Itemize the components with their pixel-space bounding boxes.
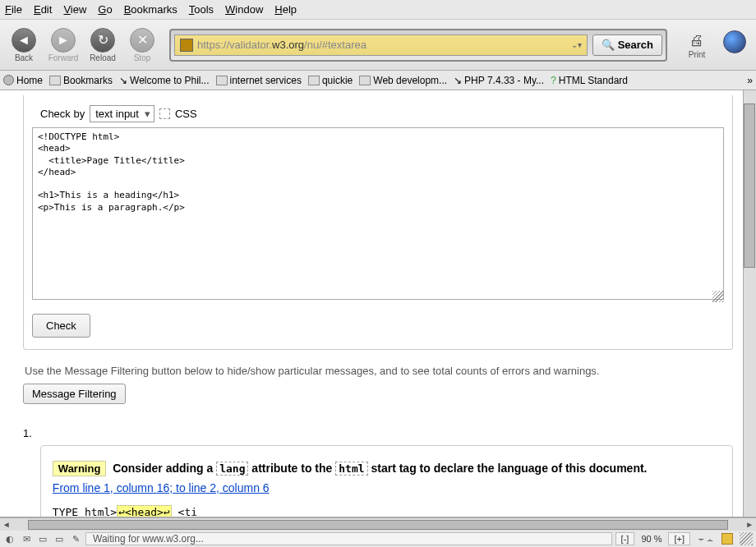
- back-button[interactable]: ◄Back: [5, 28, 43, 62]
- folder-icon: [308, 76, 320, 85]
- site-icon: [180, 39, 193, 52]
- page-icon: ↘: [119, 75, 127, 86]
- menu-view[interactable]: View: [63, 3, 86, 16]
- throbber: [718, 30, 751, 59]
- status-text: Waiting for www.w3.org...: [85, 532, 612, 545]
- status-icon-edit[interactable]: ✎: [69, 533, 82, 545]
- bookmarks-folder[interactable]: Bookmarks: [49, 75, 113, 86]
- source-textarea[interactable]: [32, 127, 724, 300]
- status-icon-3[interactable]: ▭: [36, 533, 49, 545]
- status-sep: ⫟⫠: [697, 534, 715, 544]
- folder-icon: [359, 76, 371, 85]
- css-label: CSS: [175, 108, 197, 120]
- status-icon-1[interactable]: ◐: [3, 533, 16, 545]
- bookmarks-bar: Home Bookmarks ↘Welcome to Phil... inter…: [0, 71, 756, 90]
- menu-tools[interactable]: Tools: [189, 3, 214, 16]
- bookmark-webdev[interactable]: Web developm...: [359, 75, 447, 86]
- help-icon: ?: [551, 75, 556, 86]
- vertical-scrollbar[interactable]: [743, 90, 756, 517]
- toolbar: ◄Back ►Forward ↻Reload ✕Stop https://val…: [0, 20, 756, 71]
- url-bar[interactable]: https://validator.w3.org/nu/#textarea ⌄▾: [174, 34, 588, 56]
- search-icon: 🔍: [602, 39, 615, 51]
- scrollbar-thumb[interactable]: [744, 103, 755, 268]
- menu-file[interactable]: FFileile: [5, 3, 22, 16]
- menu-window[interactable]: Window: [225, 3, 263, 16]
- menu-go[interactable]: Go: [98, 3, 112, 16]
- warning-badge: Warning: [53, 461, 107, 476]
- result-location-link[interactable]: From line 1, column 16; to line 2, colum…: [53, 481, 270, 494]
- url-path: /nu/#textarea: [304, 39, 366, 51]
- folder-icon: [216, 76, 228, 85]
- resize-grip[interactable]: [740, 532, 753, 545]
- filter-hint: Use the Message Filtering button below t…: [25, 365, 731, 377]
- bookmark-internet[interactable]: internet services: [216, 75, 302, 86]
- forward-button[interactable]: ►Forward: [44, 28, 82, 62]
- printer-icon: 🖨: [685, 30, 708, 50]
- bookmark-quickie[interactable]: quickie: [308, 75, 353, 86]
- checkby-select[interactable]: text input: [90, 105, 154, 122]
- menu-bookmarks[interactable]: Bookmarks: [124, 3, 177, 16]
- search-button[interactable]: 🔍Search: [592, 34, 662, 56]
- zoom-in[interactable]: [+]: [668, 532, 690, 545]
- zoom-level: 90 %: [641, 534, 662, 544]
- url-bar-container: https://validator.w3.org/nu/#textarea ⌄▾…: [169, 29, 667, 62]
- result-number: 1.: [23, 425, 32, 517]
- resize-handle[interactable]: [712, 291, 724, 302]
- status-bar: ◐ ✉ ▭ ▭ ✎ Waiting for www.w3.org... [-] …: [0, 531, 756, 547]
- zoom-out[interactable]: [-]: [615, 532, 635, 545]
- folder-icon: [49, 76, 61, 85]
- page-content: Check by text input CSS Check Use the Me…: [0, 90, 756, 517]
- check-button[interactable]: Check: [32, 314, 90, 338]
- lock-icon[interactable]: [721, 533, 733, 545]
- reload-button[interactable]: ↻Reload: [84, 28, 122, 62]
- bookmark-htmlstd[interactable]: ?HTML Standard: [551, 75, 628, 86]
- bookmark-php[interactable]: ↘PHP 7.4.33 - My...: [454, 75, 544, 86]
- status-icon-4[interactable]: ▭: [53, 533, 66, 545]
- bookmarks-overflow[interactable]: »: [747, 75, 753, 86]
- horizontal-scrollbar[interactable]: ◄ ►: [0, 517, 756, 531]
- menu-help[interactable]: Help: [274, 3, 297, 16]
- stop-button[interactable]: ✕Stop: [123, 28, 161, 62]
- home-icon: [3, 75, 14, 85]
- css-checkbox[interactable]: [159, 108, 170, 119]
- globe-icon: [723, 30, 746, 53]
- url-host: w3.org: [272, 39, 304, 51]
- page-icon: ↘: [454, 75, 462, 86]
- menu-bar: FFileile Edit View Go Bookmarks Tools Wi…: [0, 0, 756, 20]
- hscroll-thumb[interactable]: [28, 520, 729, 530]
- result-source: TYPE html>↩<head>↩ <ti: [53, 503, 721, 517]
- checkby-label: Check by: [40, 108, 85, 120]
- result-headline: Warning Consider adding a lang attribute…: [53, 459, 721, 479]
- bookmark-welcome[interactable]: ↘Welcome to Phil...: [119, 75, 209, 86]
- scroll-left-icon[interactable]: ◄: [0, 520, 13, 529]
- url-dropdown-icon[interactable]: ⌄▾: [571, 40, 582, 49]
- print-button[interactable]: 🖨Print: [680, 30, 713, 59]
- url-prefix: https://validator.: [197, 39, 272, 51]
- message-filtering-button[interactable]: Message Filtering: [23, 384, 126, 404]
- status-icon-mail[interactable]: ✉: [20, 533, 33, 545]
- home-bookmark[interactable]: Home: [3, 75, 43, 86]
- menu-edit[interactable]: Edit: [34, 3, 52, 16]
- scroll-right-icon[interactable]: ►: [743, 520, 756, 529]
